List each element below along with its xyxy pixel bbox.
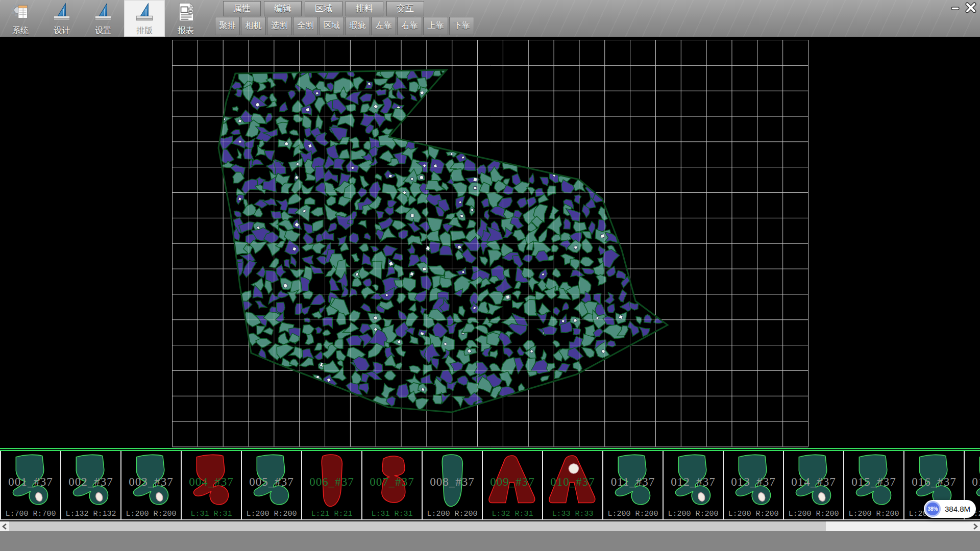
- close-button[interactable]: [964, 2, 977, 14]
- piece-lr-label: L:200 R:200: [664, 510, 723, 518]
- piece-lr-label: L:31 R:31: [182, 510, 241, 518]
- toolbar-button-label: 设计: [41, 26, 82, 36]
- toolbar-button-report[interactable]: 报表: [165, 0, 206, 37]
- toolbar-button-label: 排版: [124, 26, 165, 36]
- piece-lr-label: L:200 R:200: [242, 510, 301, 518]
- tool-button-snap-left[interactable]: 左靠: [371, 17, 396, 35]
- piece-id-label: 010_#37: [543, 475, 602, 489]
- window-controls: [949, 2, 977, 14]
- piece-id-label: 003_#37: [121, 475, 181, 489]
- toolbar-button-design[interactable]: 设计: [41, 0, 82, 37]
- thumbnail-cells: 001_#37L:700 R:700002_#37L:132 R:132003_…: [0, 451, 980, 520]
- piece-lr-label: L:21 R:21: [302, 510, 361, 518]
- nesting-app-window: 系统设计设置排版报表 属性编辑区域排料交互 聚排相机选割全割区域瑕疵左靠右靠上靠…: [0, 0, 980, 551]
- piece-lr-label: L:33 R:33: [543, 510, 602, 518]
- scroll-right-button[interactable]: [971, 521, 980, 531]
- thumbnail-cell-015[interactable]: 015_#37L:200 R:200: [844, 451, 904, 519]
- nesting-canvas[interactable]: [0, 37, 980, 448]
- toolbar-button-label: 设置: [83, 26, 124, 36]
- piece-id-label: 001_#37: [1, 475, 60, 489]
- piece-lr-label: L:200 R:200: [603, 510, 663, 518]
- piece-id-label: 016_#37: [904, 475, 964, 489]
- close-icon: [965, 2, 977, 13]
- settings-ruler-icon: [93, 2, 114, 23]
- piece-lr-label: L:200 R:200: [423, 510, 482, 518]
- piece-lr-label: L:700 R:700: [1, 510, 60, 518]
- system-icon: [10, 2, 32, 23]
- design-ruler-icon: [52, 2, 73, 23]
- menu-tab-edit[interactable]: 编辑: [264, 1, 302, 16]
- thumbnail-cell-006[interactable]: 006_#37L:21 R:21: [302, 451, 362, 519]
- piece-id-label: 017_#37: [965, 475, 980, 489]
- piece-lr-label: L:31 R:31: [362, 510, 422, 518]
- piece-lr-label: L:32 R:31: [483, 510, 542, 518]
- tool-button-region[interactable]: 区域: [319, 17, 344, 35]
- piece-lr-label: L:200 R:200: [844, 510, 903, 518]
- thumbnail-cell-003[interactable]: 003_#37L:200 R:200: [121, 451, 182, 519]
- tool-button-select-cut[interactable]: 选割: [267, 17, 292, 35]
- toolbar-button-system[interactable]: 系统: [0, 0, 41, 37]
- piece-id-label: 011_#37: [603, 475, 663, 489]
- tool-button-cut-all[interactable]: 全割: [293, 17, 318, 35]
- memory-label: 384.8M: [945, 505, 970, 513]
- report-icon: [176, 2, 197, 23]
- piece-id-label: 013_#37: [724, 475, 783, 489]
- piece-id-label: 015_#37: [844, 475, 903, 489]
- menu-tab-row: 属性编辑区域排料交互: [223, 0, 424, 16]
- piece-id-label: 006_#37: [302, 475, 361, 489]
- piece-lr-label: L:200 R:200: [724, 510, 783, 518]
- tool-button-snap-down[interactable]: 下靠: [449, 17, 474, 35]
- thumbnail-cell-010[interactable]: 010_#37L:33 R:33: [543, 451, 603, 519]
- menu-tab-properties[interactable]: 属性: [223, 1, 261, 16]
- piece-lr-label: L:132 R:132: [61, 510, 120, 518]
- thumbnail-cell-007[interactable]: 007_#37L:31 R:31: [362, 451, 423, 519]
- toolbar-button-label: 报表: [165, 26, 206, 36]
- minimize-icon: [950, 3, 961, 13]
- piece-lr-label: L:200 R:200: [784, 510, 843, 518]
- tool-button-row: 聚排相机选割全割区域瑕疵左靠右靠上靠下靠: [215, 17, 474, 35]
- scrollbar-thumb[interactable]: [9, 521, 826, 531]
- thumbnail-cell-014[interactable]: 014_#37L:200 R:200: [784, 451, 844, 519]
- piece-id-label: 008_#37: [423, 475, 482, 489]
- toolbar-button-layout[interactable]: 排版: [124, 0, 165, 37]
- piece-thumbnail-strip: 001_#37L:700 R:700002_#37L:132 R:132003_…: [0, 448, 980, 520]
- thumbnail-cell-005[interactable]: 005_#37L:200 R:200: [242, 451, 302, 519]
- layout-ruler-icon: [134, 2, 156, 23]
- piece-id-label: 014_#37: [784, 475, 843, 489]
- thumbnail-cell-012[interactable]: 012_#37L:200 R:200: [664, 451, 724, 519]
- toolbar-button-label: 系统: [0, 26, 41, 36]
- top-toolbar: 系统设计设置排版报表 属性编辑区域排料交互 聚排相机选割全割区域瑕疵左靠右靠上靠…: [0, 0, 980, 37]
- horizontal-scrollbar[interactable]: [0, 521, 980, 531]
- minimize-button[interactable]: [949, 2, 962, 14]
- thumbnail-cell-002[interactable]: 002_#37L:132 R:132: [61, 451, 121, 519]
- chevron-left-icon: [2, 523, 7, 530]
- piece-id-label: 012_#37: [664, 475, 723, 489]
- piece-id-label: 004_#37: [182, 475, 241, 489]
- menu-tab-interactive[interactable]: 交互: [386, 1, 424, 16]
- piece-id-label: 007_#37: [362, 475, 422, 489]
- thumbnail-cell-009[interactable]: 009_#37L:32 R:31: [483, 451, 543, 519]
- tool-button-camera[interactable]: 相机: [241, 17, 266, 35]
- thumbnail-cell-013[interactable]: 013_#37L:200 R:200: [724, 451, 784, 519]
- toolbar-button-settings[interactable]: 设置: [83, 0, 124, 37]
- piece-id-label: 009_#37: [483, 475, 542, 489]
- progress-circle: 38%: [925, 501, 941, 517]
- bottom-gray-bar: [0, 531, 980, 551]
- thumbnail-cell-008[interactable]: 008_#37L:200 R:200: [423, 451, 483, 519]
- tool-button-snap-up[interactable]: 上靠: [423, 17, 448, 35]
- menu-tab-nesting[interactable]: 排料: [346, 1, 383, 16]
- scrollbar-track[interactable]: [826, 521, 971, 531]
- tool-button-cluster-nest[interactable]: 聚排: [215, 17, 240, 35]
- thumbnail-cell-001[interactable]: 001_#37L:700 R:700: [0, 451, 61, 519]
- chevron-right-icon: [973, 523, 978, 530]
- scroll-left-button[interactable]: [0, 521, 9, 531]
- piece-id-label: 002_#37: [61, 475, 120, 489]
- piece-lr-label: L:200 R:200: [121, 510, 181, 518]
- status-badge: 38% 384.8M: [924, 500, 976, 518]
- menu-tab-region[interactable]: 区域: [305, 1, 342, 16]
- tool-button-snap-right[interactable]: 右靠: [397, 17, 422, 35]
- thumbnail-cell-011[interactable]: 011_#37L:200 R:200: [603, 451, 664, 519]
- piece-id-label: 005_#37: [242, 475, 301, 489]
- thumbnail-cell-004[interactable]: 004_#37L:31 R:31: [182, 451, 242, 519]
- tool-button-defect[interactable]: 瑕疵: [345, 17, 370, 35]
